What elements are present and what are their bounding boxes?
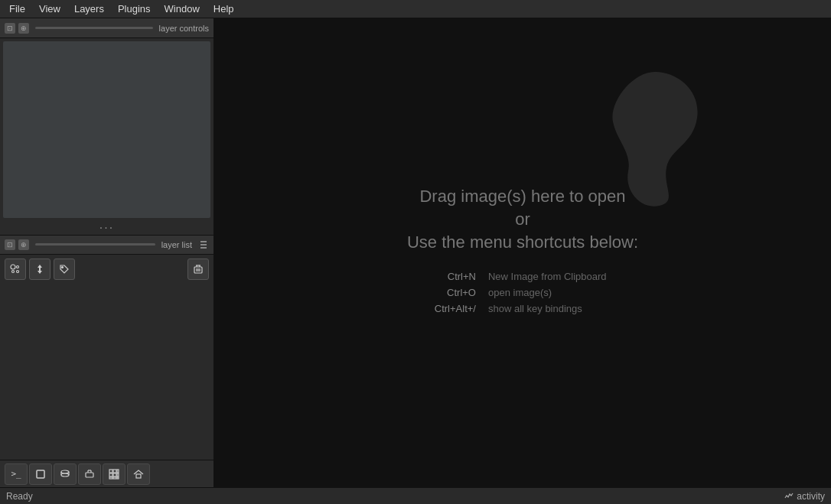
menu-layers[interactable]: Layers [68,2,110,16]
shortcut-desc-open: open image(s) [488,287,552,298]
square-button[interactable] [29,463,52,485]
svg-rect-24 [117,470,119,473]
shortcut-open: Ctrl+O open image(s) [407,287,638,298]
menu-window[interactable]: Window [158,2,206,16]
canvas-area[interactable]: Drag image(s) here to open or Use the me… [214,18,831,487]
expand-button[interactable] [78,463,101,485]
terminal-button[interactable]: >_ [5,463,28,485]
shortcut-bindings: Ctrl+Alt+/ show all key bindings [407,303,638,314]
svg-rect-30 [117,477,119,479]
svg-point-2 [12,270,15,272]
menu-view[interactable]: View [33,2,67,16]
svg-rect-28 [109,477,112,479]
activity-label: activity [797,491,825,502]
main-area: ⊡ ⊕ layer controls ··· ⊡ ⊕ layer list [0,18,831,487]
svg-rect-22 [109,470,112,473]
delete-layer-button[interactable] [187,259,209,280]
shortcut-key-bindings: Ctrl+Alt+/ [407,303,476,314]
svg-rect-26 [113,473,116,476]
left-panel: ⊡ ⊕ layer controls ··· ⊡ ⊕ layer list [0,18,214,487]
layer-list-slider[interactable] [35,243,155,245]
layer-list-icon2[interactable]: ⊕ [18,239,29,250]
select-all-button[interactable] [5,259,26,280]
layer-list-icon1[interactable]: ⊡ [5,239,15,250]
layer-preview [3,41,210,218]
status-ready: Ready [6,491,33,502]
svg-rect-23 [113,470,116,473]
layer-list-label: layer list [161,240,192,249]
more-dots-button[interactable]: ··· [0,221,213,235]
svg-point-1 [17,265,19,268]
layer-controls-slider[interactable] [35,27,153,29]
move-button[interactable] [29,259,51,280]
svg-rect-18 [86,473,93,477]
shortcut-new: Ctrl+N New Image from Clipboard [407,271,638,282]
layer-list-toolbar [0,255,213,284]
layer-list-header: ⊡ ⊕ layer list [0,235,213,255]
use-text: Use the menu shortcuts below: [407,232,638,252]
svg-marker-4 [37,265,42,274]
layer-list-area [0,284,213,460]
svg-rect-13 [37,470,44,478]
layer-controls-icon2[interactable]: ⊕ [18,23,29,34]
svg-rect-27 [117,473,119,476]
shortcuts-table: Ctrl+N New Image from Clipboard Ctrl+O o… [407,271,638,314]
svg-point-17 [61,473,69,476]
shortcut-desc-new: New Image from Clipboard [488,271,607,282]
svg-point-3 [17,270,19,272]
svg-point-0 [11,265,15,269]
splash-logo [571,49,739,219]
menu-plugins[interactable]: Plugins [112,2,157,16]
menu-help[interactable]: Help [207,2,240,16]
tag-button[interactable] [54,259,75,280]
menu-file[interactable]: File [3,2,31,16]
svg-rect-29 [113,477,116,479]
shortcut-desc-bindings: show all key bindings [488,303,582,314]
layers3d-button[interactable] [54,463,77,485]
shortcut-key-new: Ctrl+N [407,271,476,282]
svg-point-5 [62,266,64,268]
home-button[interactable] [127,463,150,485]
grid-button[interactable] [103,463,125,485]
svg-rect-31 [136,474,141,478]
bottom-toolbar: >_ [0,460,213,487]
shortcut-key-open: Ctrl+O [407,287,476,298]
statusbar: Ready activity [0,487,831,504]
layer-controls-label: layer controls [159,24,209,33]
activity-button[interactable]: activity [784,491,825,502]
layer-controls-header: ⊡ ⊕ layer controls [0,18,213,38]
layer-controls-icon1[interactable]: ⊡ [5,23,15,34]
svg-rect-25 [109,473,112,476]
menubar: File View Layers Plugins Window Help [0,0,831,18]
